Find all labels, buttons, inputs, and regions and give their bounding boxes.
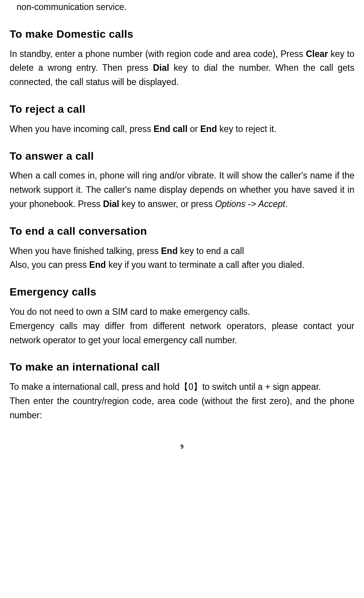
body-reject-call: When you have incoming call, press End c… [10, 122, 354, 136]
body-international-call: To make a international call, press and … [10, 380, 354, 422]
text-span: or [188, 124, 200, 134]
heading-answer-call: To answer a call [10, 148, 354, 165]
body-answer-call: When a call comes in, phone will ring an… [10, 169, 354, 211]
international-line-1: To make a international call, press and … [10, 380, 354, 394]
menu-path-options-accept: Options -> Accept [215, 199, 285, 209]
key-label-end: End [89, 260, 106, 270]
emergency-line-1: You do not need to own a SIM card to mak… [10, 305, 354, 319]
text-span: key to end a call [178, 246, 244, 256]
text-span: key to reject it. [217, 124, 276, 134]
heading-end-call: To end a call conversation [10, 223, 354, 240]
key-label-clear: Clear [306, 49, 328, 59]
key-label-dial: Dial [103, 199, 119, 209]
key-label-dial: Dial [153, 63, 169, 73]
text-span: . [285, 199, 288, 209]
end-line-2: Also, you can press End key if you want … [10, 258, 354, 272]
heading-international-call: To make an international call [10, 359, 354, 376]
international-line-2: Then enter the country/region code, area… [10, 394, 354, 423]
body-end-call: When you have finished talking, press En… [10, 244, 354, 272]
page-number: 9 [10, 442, 354, 452]
text-span: When you have incoming call, press [10, 124, 154, 134]
heading-emergency-calls: Emergency calls [10, 284, 354, 301]
body-emergency-calls: You do not need to own a SIM card to mak… [10, 305, 354, 347]
text-span: key if you want to terminate a call afte… [106, 260, 305, 270]
text-span: When you have finished talking, press [10, 246, 161, 256]
text-span: In standby, enter a phone number (with r… [10, 49, 306, 59]
previous-page-fragment: non-communication service. [17, 0, 354, 14]
text-span: Also, you can press [10, 260, 89, 270]
text-span: key to answer, or press [119, 199, 215, 209]
emergency-line-2: Emergency calls may differ from differen… [10, 319, 354, 347]
key-label-end: End [161, 246, 178, 256]
key-label-end: End [200, 124, 217, 134]
body-domestic-calls: In standby, enter a phone number (with r… [10, 47, 354, 89]
heading-reject-call: To reject a call [10, 101, 354, 118]
heading-domestic-calls: To make Domestic calls [10, 26, 354, 43]
end-line-1: When you have finished talking, press En… [10, 244, 354, 258]
key-label-end-call: End call [154, 124, 188, 134]
